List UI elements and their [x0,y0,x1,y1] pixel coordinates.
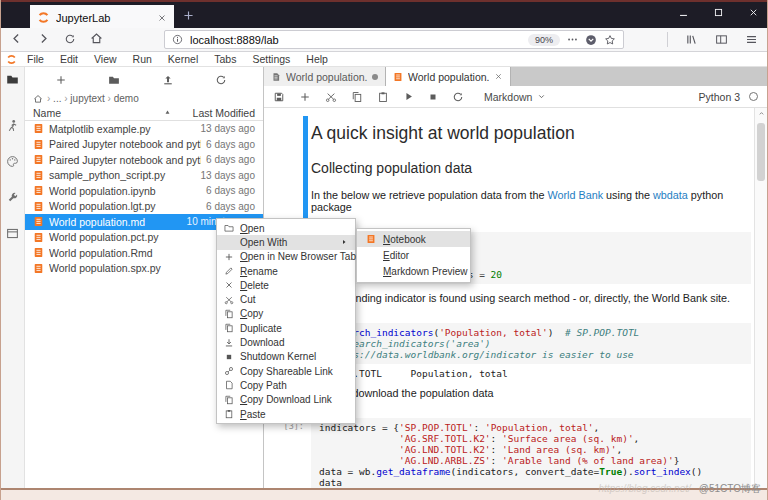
url-bar[interactable]: localhost:8889/lab 90% [164,30,624,49]
page-actions-icon[interactable] [567,34,578,45]
url-text: localhost:8889/lab [190,34,521,46]
library-icon[interactable] [685,33,698,46]
reload-button[interactable] [64,32,76,45]
section-heading: Collecting population data [311,160,751,176]
file-row[interactable]: sample_python_script.py13 days ago [25,168,263,184]
sidebars-icon[interactable] [715,33,728,46]
file-row[interactable]: World population.lgt.py6 days ago [25,199,263,215]
menu-tabs[interactable]: Tabs [206,53,244,65]
file-browser-tab-icon[interactable] [6,73,19,86]
upload-button[interactable] [162,74,174,86]
window-close-button[interactable] [748,7,759,18]
menu-edit[interactable]: Edit [52,53,86,65]
running-sessions-icon[interactable] [6,119,19,132]
home-breadcrumb-icon[interactable] [33,94,43,104]
unsaved-dot-icon[interactable] [372,74,378,80]
scrollbar-thumb[interactable] [757,123,765,181]
copy-icon [223,323,234,333]
browser-tab[interactable]: JupyterLab [30,5,174,30]
breadcrumb-item[interactable]: demo [114,93,139,104]
menu-file[interactable]: File [19,53,52,65]
run-cell-button[interactable] [403,91,414,102]
cell-output: SP.POP.TOTL Population, total [311,364,751,379]
open-tabs-icon[interactable] [6,227,19,240]
menu-run[interactable]: Run [125,53,160,65]
forward-button[interactable] [37,32,50,45]
tab-world-population-md-notebook[interactable]: World population.md [386,67,511,86]
cell-type-value: Markdown [484,91,532,103]
code-editor[interactable]: wb.search_indicators('Population, total'… [311,323,751,364]
zoom-indicator[interactable]: 90% [528,34,560,46]
window-maximize-button[interactable] [713,7,724,18]
context-menu-item-open[interactable]: Open [217,221,355,235]
restart-kernel-button[interactable] [452,91,464,103]
context-menu-item-copy-shareable-link[interactable]: Copy Shareable Link [217,364,355,378]
menu-hamburger-icon[interactable] [745,33,758,46]
copy-cell-button[interactable] [351,91,363,103]
scroll-up-arrow-icon[interactable] [755,110,767,117]
file-row[interactable]: Matplotlib example.py13 days ago [25,121,263,137]
kernel-indicator[interactable]: Python 3 [699,91,758,103]
context-menu-item-copy-download-link[interactable]: Copy Download Link [217,393,355,407]
new-folder-button[interactable] [108,74,120,86]
copy-icon [223,395,234,405]
open-with-notebook[interactable]: Notebook [357,231,470,247]
refresh-files-button[interactable] [215,74,227,86]
stop-kernel-button[interactable] [428,92,438,102]
paste-icon [223,409,234,419]
context-menu-item-shutdown-kernel[interactable]: Shutdown Kernel [217,350,355,364]
file-row[interactable]: Paired Jupyter notebook and python ...6 … [25,137,263,153]
code-editor[interactable]: indicators = {'SP.POP.TOTL': 'Population… [311,418,751,488]
bookmark-star-icon[interactable] [604,34,616,46]
window-minimize-button[interactable] [678,7,689,18]
back-button[interactable] [10,32,23,45]
context-menu-item-open-in-new-browser-tab[interactable]: Open in New Browser Tab [217,250,355,264]
home-button[interactable] [90,32,103,45]
paste-cell-button[interactable] [377,91,389,103]
file-modified: 6 days ago [206,139,255,150]
property-inspector-icon[interactable] [6,191,19,204]
site-info-icon[interactable] [172,34,183,45]
link-icon [223,366,234,376]
context-menu-item-open-with[interactable]: Open With [217,235,355,249]
add-cell-button[interactable] [299,91,311,103]
hyperlink[interactable]: World Bank [547,189,603,201]
hyperlink[interactable]: wbdata [653,189,688,201]
command-palette-icon[interactable] [6,155,19,168]
menu-view[interactable]: View [86,53,125,65]
pocket-icon[interactable] [585,34,597,46]
new-tab-button[interactable] [182,9,195,22]
browser-tab-title: JupyterLab [56,12,151,24]
menu-help[interactable]: Help [298,53,336,65]
menu-settings[interactable]: Settings [244,53,298,65]
markdown-cell[interactable]: A quick insight at world population Coll… [264,115,751,224]
file-row[interactable]: Paired Jupyter notebook and python ...6 … [25,152,263,168]
breadcrumb-item[interactable]: jupytext [70,93,104,104]
cell-type-dropdown[interactable]: Markdown [484,91,546,103]
file-icon [33,247,44,258]
context-menu-item-delete[interactable]: Delete [217,278,355,292]
column-header-modified[interactable]: Last Modified [193,107,255,119]
context-menu-item-cut[interactable]: Cut [217,292,355,306]
tab-close-icon[interactable] [494,72,503,81]
tab-world-population-md-preview[interactable]: World population.md [264,67,386,86]
open-with-editor[interactable]: Editor [357,247,470,263]
scrollbar[interactable] [754,108,767,488]
context-menu-item-copy-path[interactable]: Copy Path [217,378,355,392]
file-row[interactable]: World population.ipynb6 days ago [25,183,263,199]
copy-icon [223,309,234,319]
context-menu-item-copy[interactable]: Copy [217,307,355,321]
tab-close-icon[interactable] [157,13,167,23]
code-cell[interactable]: [3]:indicators = {'SP.POP.TOTL': 'Popula… [264,418,751,488]
context-menu-item-duplicate[interactable]: Duplicate [217,321,355,335]
cut-cell-button[interactable] [325,91,337,103]
context-menu-item-rename[interactable]: Rename [217,264,355,278]
column-header-name[interactable]: Name [33,107,164,119]
save-button[interactable] [273,91,285,103]
context-menu-item-download[interactable]: Download [217,335,355,349]
menu-kernel[interactable]: Kernel [160,53,206,65]
sort-ascending-icon[interactable] [164,109,171,116]
context-menu-item-paste[interactable]: Paste [217,407,355,421]
open-with-markdown-preview[interactable]: Markdown Preview [357,263,470,279]
new-launcher-button[interactable] [55,74,67,86]
